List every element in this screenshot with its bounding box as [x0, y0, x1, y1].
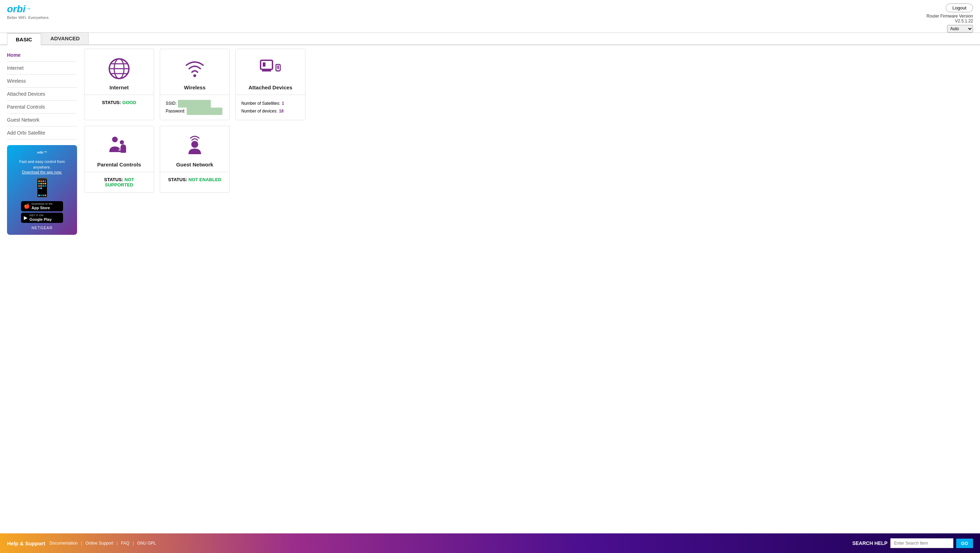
internet-icon [108, 57, 130, 81]
card-parental-controls[interactable]: Parental Controls STATUS: NOT SUPPORTED [84, 126, 154, 193]
devices-value: 18 [279, 108, 283, 115]
password-value: ████████████ [187, 108, 223, 115]
sidebar-item-wireless[interactable]: Wireless [7, 75, 77, 88]
googleplay-text: GET IT ON Google Play [29, 214, 52, 222]
sidebar-item-add-satellite[interactable]: Add Orbi Satellite [7, 126, 77, 139]
footer-right: SEARCH HELP GO [852, 538, 973, 548]
header: orbi ™ Better WiFi. Everywhere. Logout R… [0, 0, 980, 33]
logo: orbi ™ [7, 3, 50, 15]
logo-tagline: Better WiFi. Everywhere. [7, 16, 50, 20]
sidebar-item-home[interactable]: Home [7, 49, 77, 62]
firmware-label: Router Firmware Version [926, 14, 973, 19]
card-parental-content: Parental Controls [84, 126, 154, 172]
wireless-icon [183, 57, 206, 81]
guest-status: STATUS: NOT ENABLED [160, 172, 229, 187]
main-layout: Home Internet Wireless Attached Devices … [0, 45, 980, 533]
appstore-button[interactable]: 🍎 Download on the App Store [21, 201, 63, 211]
tab-bar: BASIC ADVANCED [0, 32, 980, 45]
parental-controls-title: Parental Controls [97, 161, 141, 167]
parental-status-prefix: STATUS: [104, 177, 124, 182]
promo-tagline1: Fast and easy control from [11, 159, 73, 164]
sidebar-item-parental-controls[interactable]: Parental Controls [7, 100, 77, 113]
satellites-label: Number of Satellites: [241, 100, 280, 108]
promo-box: orbi.™ Fast and easy control from anywhe… [7, 145, 77, 235]
card-internet[interactable]: Internet STATUS: GOOD [84, 49, 154, 120]
googleplay-button[interactable]: ▶ GET IT ON Google Play [21, 213, 63, 223]
card-devices-content: Attached Devices [236, 49, 305, 95]
search-input[interactable] [890, 538, 953, 548]
firmware-version: V2.5.1.22 [955, 19, 973, 24]
internet-status-prefix: STATUS: [102, 100, 122, 105]
svg-point-5 [193, 74, 196, 77]
ssid-value: this_████████ [178, 100, 210, 108]
attached-devices-title: Attached Devices [248, 84, 292, 91]
footer-gnu-link[interactable]: GNU GPL [137, 541, 156, 546]
footer-support-link[interactable]: Online Support [86, 541, 113, 546]
footer-doc-link[interactable]: Documentation [49, 541, 78, 546]
satellites-value: 1 [282, 100, 284, 108]
svg-point-13 [120, 140, 124, 144]
ssid-label: SSID: [165, 100, 177, 108]
devices-row: Number of devices: 18 [241, 108, 299, 115]
attached-devices-icon [259, 57, 282, 81]
dashboard: Internet STATUS: GOOD Wireless [84, 49, 973, 530]
footer-faq-link[interactable]: FAQ [121, 541, 130, 546]
footer-left: Help & Support Documentation | Online Su… [7, 540, 157, 547]
footer: Help & Support Documentation | Online Su… [0, 533, 980, 553]
google-play-icon: ▶ [24, 215, 28, 220]
sidebar-item-internet[interactable]: Internet [7, 62, 77, 75]
sidebar-item-attached-devices[interactable]: Attached Devices [7, 88, 77, 100]
footer-help-label: Help & Support [7, 540, 45, 547]
parental-controls-icon [108, 135, 130, 158]
card-attached-devices[interactable]: Attached Devices Number of Satellites: 1… [235, 49, 305, 120]
parental-status: STATUS: NOT SUPPORTED [84, 172, 154, 193]
internet-status-value: GOOD [122, 100, 136, 105]
card-guest-content: Guest Network [160, 126, 229, 172]
language-select[interactable]: Auto English French German [947, 25, 973, 33]
promo-download-link[interactable]: Download the app now. [11, 170, 73, 174]
password-label: Password: [165, 108, 185, 115]
home-link[interactable]: Home [7, 52, 21, 58]
promo-tagline2: anywhere. [11, 165, 73, 169]
card-wireless[interactable]: Wireless SSID: this_████████ Password: █… [160, 49, 230, 120]
logout-button[interactable]: Logout [946, 3, 973, 12]
svg-rect-11 [277, 65, 279, 69]
svg-rect-6 [261, 60, 272, 69]
search-help-label: SEARCH HELP [852, 540, 887, 546]
wireless-title: Wireless [184, 84, 205, 91]
devices-label: Number of devices: [241, 108, 277, 115]
header-right: Logout Router Firmware Version V2.5.1.22… [926, 3, 973, 33]
logo-tm: ™ [27, 7, 30, 11]
phone-illustration: 📱 [11, 177, 73, 198]
satellites-row: Number of Satellites: 1 [241, 100, 299, 108]
netgear-brand: NETGEAR [11, 226, 73, 230]
ssid-row: SSID: this_████████ [165, 100, 224, 108]
firmware-info: Router Firmware Version V2.5.1.22 [926, 14, 973, 24]
internet-title: Internet [109, 84, 129, 91]
guest-status-prefix: STATUS: [168, 177, 188, 182]
orbi-logo: orbi [7, 3, 25, 15]
tab-basic[interactable]: BASIC [7, 33, 41, 45]
logo-area: orbi ™ Better WiFi. Everywhere. [7, 3, 50, 20]
password-row: Password: ████████████ [165, 108, 224, 115]
sidebar-item-guest-network[interactable]: Guest Network [7, 113, 77, 126]
guest-status-value: NOT ENABLED [188, 177, 221, 182]
footer-links: Documentation | Online Support | FAQ | G… [48, 541, 157, 546]
internet-status: STATUS: GOOD [84, 95, 154, 110]
card-guest-network[interactable]: Guest Network STATUS: NOT ENABLED [160, 126, 230, 193]
promo-logo: orbi.™ [11, 150, 73, 158]
tab-advanced[interactable]: ADVANCED [42, 32, 89, 45]
wireless-info: SSID: this_████████ Password: ██████████… [160, 95, 229, 120]
card-wireless-content: Wireless [160, 49, 229, 95]
svg-point-15 [191, 141, 198, 148]
svg-rect-7 [262, 70, 271, 72]
go-button[interactable]: GO [956, 539, 973, 548]
sidebar: Home Internet Wireless Attached Devices … [7, 49, 77, 530]
sidebar-nav: Home Internet Wireless Attached Devices … [7, 49, 77, 139]
guest-network-title: Guest Network [176, 161, 213, 167]
devices-info: Number of Satellites: 1 Number of device… [236, 95, 305, 120]
apple-icon: 🍎 [24, 203, 30, 209]
svg-rect-10 [277, 71, 280, 72]
svg-point-12 [112, 137, 118, 142]
svg-rect-8 [262, 62, 266, 67]
